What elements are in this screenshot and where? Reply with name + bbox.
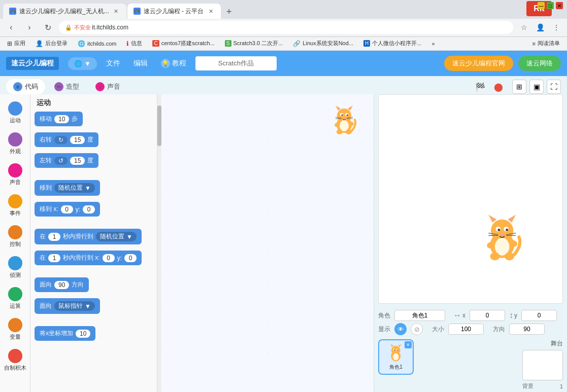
sprites-list: ✕ 角色1 [378,339,514,375]
nav-scratch-input[interactable]: Scratch作品 [195,56,277,70]
block-glide-xy[interactable]: 在 1 秒内滑行到 x: 0 y: 0 [35,251,142,265]
blocks-scrollbar-thumb[interactable] [157,105,161,146]
bookmark-info[interactable]: ℹ信息 [123,39,145,48]
sprite-info-row: 角色 ↔ x ↕ y [378,310,563,321]
block-turn-left[interactable]: 左转 ↺ 15 度 [35,153,98,168]
block-move[interactable]: 移动 10 步 [35,112,83,126]
bookmark-itchilds[interactable]: 🌐itchilds.com [75,39,119,48]
block-goto-xy[interactable]: 移到 x: 0 y: 0 [35,202,100,217]
bookmark-scratch[interactable]: SScratch3.0 二次开... [222,39,286,48]
layout-small-button[interactable]: ⊞ [512,80,526,94]
tab-1-close[interactable]: ✕ [112,7,120,15]
refresh-button[interactable]: ↻ [41,20,55,34]
minimize-button[interactable]: — [538,2,545,9]
cat-looks[interactable]: 外观 [0,129,30,158]
layout-fullscreen-button[interactable]: ⛶ [547,80,561,94]
cat-sensing-dot [8,256,22,270]
direction-label: 方向 [493,325,505,334]
info-panel: 角色 ↔ x ↕ y 显示 👁 ⊘ [374,308,567,337]
nav-official-button[interactable]: 速云少儿编程官网 [444,56,513,71]
block-point-towards[interactable]: 面向 鼠标指针 ▼ [35,298,100,314]
direction-input[interactable] [509,324,545,335]
bookmark-linux[interactable]: 🔗Linux系统安装Nod... [290,39,356,48]
tab-2-close[interactable]: ✕ [207,7,215,15]
category-sidebar: 运动 外观 声音 事件 控制 侦测 [0,94,30,392]
cat-sensing[interactable]: 侦测 [0,253,30,282]
stage-thumbnail[interactable] [522,350,563,380]
run-button[interactable]: 🏁 [473,79,488,94]
stage-canvas [378,94,563,304]
script-area-cat [330,104,358,136]
block-turn-right[interactable]: 右转 ↻ 15 度 [35,132,98,147]
tab-bar: 🎮 速云少儿编程-少儿编程_无人机... ✕ 🎮 速云少儿编程 - 云平台 ✕ … [0,0,567,19]
close-button[interactable]: ✕ [556,2,563,9]
y-input[interactable] [521,310,557,321]
bookmark-admin[interactable]: 👤后台登录 [32,39,71,48]
sprite-1-thumb[interactable]: ✕ 角色1 [378,339,414,375]
tab-sound[interactable]: ♪ 声音 [88,79,127,94]
x-input[interactable] [470,310,505,321]
cat-sound[interactable]: 声音 [0,160,30,189]
tab-1-title: 速云少儿编程-少儿编程_无人机... [19,7,109,16]
blocks-scrollbar[interactable] [157,94,161,392]
stop-button[interactable]: ⬤ [491,79,506,94]
forward-button[interactable]: › [22,20,37,34]
svg-point-8 [342,115,343,116]
block-glide-random[interactable]: 在 1 秒内滑行到 随机位置 ▼ [35,229,142,244]
nav-network-button[interactable]: 速云网络 [518,56,561,71]
address-text: it.itchilds.com [92,24,128,31]
tab-code[interactable]: ≡ 代码 [6,79,45,94]
block-point-direction[interactable]: 面向 90 方向 [35,277,89,292]
sprite-name-input[interactable] [394,310,445,321]
top-nav: 速云少儿编程 🌐 ▼ 文件 编辑 💡 教程 Scratch作品 速云少儿编程官网… [0,51,567,76]
blocks-panel: 运动 移动 10 步 右转 ↻ 15 度 [30,94,157,392]
nav-edit-button[interactable]: 编辑 [129,56,152,70]
cat-motion[interactable]: 运动 [0,98,30,127]
svg-point-48 [393,353,398,361]
tab-1[interactable]: 🎮 速云少儿编程-少儿编程_无人机... ✕ [3,4,126,19]
bookmark-icon[interactable]: ☆ [517,21,530,34]
svg-point-28 [498,229,501,231]
bookmark-wechat[interactable]: H个人微信小程序开... [360,39,424,48]
bookmark-apps[interactable]: ⊞应用 [4,39,28,48]
layout-large-button[interactable]: ▣ [529,80,544,94]
svg-point-9 [347,115,348,116]
new-tab-button[interactable]: + [222,5,236,19]
cat-events[interactable]: 事件 [0,191,30,220]
cat-control-dot [8,225,22,239]
block-goto-random[interactable]: 移到 随机位置 ▼ [35,180,100,196]
bookmark-centos[interactable]: Ccentos7搭建scratch... [149,39,217,48]
cat-operators-dot [8,287,22,301]
restore-button[interactable]: □ [547,2,554,9]
cat-custom[interactable]: 自制积木 [0,346,30,375]
profile-icon[interactable]: 👤 [533,21,547,34]
nav-tutorial-button[interactable]: 💡 教程 [157,56,190,70]
size-input[interactable] [448,324,484,335]
sprite-1-label: 角色1 [389,364,403,371]
show-button[interactable]: 👁 [394,323,407,335]
block-change-x[interactable]: 将x坐标增加 10 [35,326,95,341]
hide-button[interactable]: ⊘ [411,323,423,335]
brand-logo: 速云少儿编程 [6,57,59,70]
address-input[interactable]: 🔒 不安全 it.itchilds.com [59,21,513,34]
tab-2[interactable]: 🎮 速云少儿编程 - 云平台 ✕ [127,4,221,19]
tab-costume[interactable]: ✏ 造型 [47,79,86,94]
cat-operators[interactable]: 运算 [0,284,30,313]
svg-point-37 [505,253,514,261]
stage-controls: 🏁 ⬤ ⊞ ▣ ⛶ [473,79,561,94]
reading-list[interactable]: ≡ 阅读清单 [529,39,563,48]
cat-variables[interactable]: 变量 [0,315,30,344]
back-button[interactable]: ‹ [4,20,18,34]
stage-sprite [480,213,525,263]
nav-file-button[interactable]: 文件 [102,56,124,70]
editor-tabs: ≡ 代码 ✏ 造型 ♪ 声音 🏁 ⬤ ⊞ ▣ ⛶ [0,76,567,94]
bookmark-more[interactable]: » [428,40,438,48]
svg-marker-42 [390,344,393,347]
bg-label: 背景 [522,382,533,390]
cat-control[interactable]: 控制 [0,222,30,251]
script-area[interactable] [161,94,374,392]
menu-icon[interactable]: ⋮ [550,21,563,34]
nav-globe-button[interactable]: 🌐 ▼ [68,57,97,70]
svg-point-17 [346,129,352,134]
sprite-1-delete[interactable]: ✕ [405,341,412,348]
